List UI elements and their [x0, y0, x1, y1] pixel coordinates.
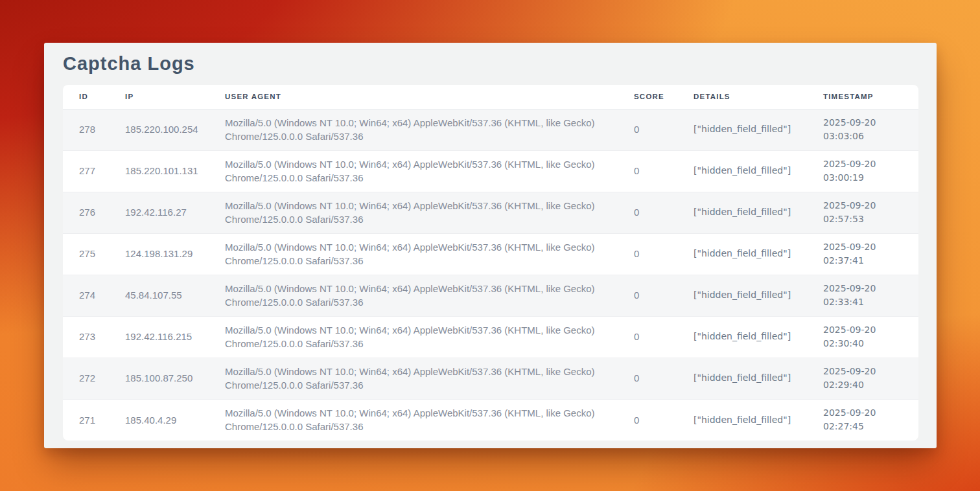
column-header-id: ID	[63, 85, 109, 109]
cell-user_agent: Mozilla/5.0 (Windows NT 10.0; Win64; x64…	[209, 358, 618, 399]
cell-user_agent: Mozilla/5.0 (Windows NT 10.0; Win64; x64…	[209, 275, 618, 316]
table-row: 277185.220.101.131Mozilla/5.0 (Windows N…	[63, 150, 918, 192]
page-title: Captcha Logs	[63, 53, 918, 74]
cell-timestamp: 2025-09-20 02:29:40	[807, 358, 918, 399]
cell-details: ["hidden_field_filled"]	[677, 150, 807, 192]
cell-score: 0	[618, 192, 677, 233]
cell-user_agent: Mozilla/5.0 (Windows NT 10.0; Win64; x64…	[209, 109, 618, 150]
cell-user_agent: Mozilla/5.0 (Windows NT 10.0; Win64; x64…	[209, 233, 618, 275]
cell-timestamp: 2025-09-20 03:00:19	[807, 150, 918, 192]
cell-ip: 124.198.131.29	[109, 233, 209, 275]
cell-score: 0	[618, 233, 677, 275]
cell-id: 273	[63, 316, 109, 358]
cell-score: 0	[618, 316, 677, 358]
column-header-timestamp: TIMESTAMP	[807, 85, 918, 109]
table-row: 273192.42.116.215Mozilla/5.0 (Windows NT…	[63, 316, 918, 358]
captcha-logs-card: Captcha Logs IDIPUSER AGENTSCOREDETAILST…	[44, 43, 937, 448]
cell-score: 0	[618, 150, 677, 192]
column-header-score: SCORE	[618, 85, 677, 109]
table-row: 278185.220.100.254Mozilla/5.0 (Windows N…	[63, 109, 918, 150]
table-row: 272185.100.87.250Mozilla/5.0 (Windows NT…	[63, 358, 918, 399]
cell-ip: 45.84.107.55	[109, 275, 209, 316]
cell-details: ["hidden_field_filled"]	[677, 275, 807, 316]
cell-score: 0	[618, 358, 677, 399]
cell-user_agent: Mozilla/5.0 (Windows NT 10.0; Win64; x64…	[209, 316, 618, 358]
cell-id: 271	[63, 399, 109, 440]
cell-score: 0	[618, 399, 677, 440]
captcha-logs-table: IDIPUSER AGENTSCOREDETAILSTIMESTAMP 2781…	[63, 85, 918, 440]
cell-ip: 185.100.87.250	[109, 358, 209, 399]
cell-details: ["hidden_field_filled"]	[677, 192, 807, 233]
cell-id: 272	[63, 358, 109, 399]
cell-details: ["hidden_field_filled"]	[677, 233, 807, 275]
table-row: 275124.198.131.29Mozilla/5.0 (Windows NT…	[63, 233, 918, 275]
cell-timestamp: 2025-09-20 03:03:06	[807, 109, 918, 150]
cell-ip: 185.220.100.254	[109, 109, 209, 150]
cell-ip: 192.42.116.215	[109, 316, 209, 358]
cell-timestamp: 2025-09-20 02:37:41	[807, 233, 918, 275]
cell-details: ["hidden_field_filled"]	[677, 316, 807, 358]
cell-user_agent: Mozilla/5.0 (Windows NT 10.0; Win64; x64…	[209, 192, 618, 233]
cell-id: 278	[63, 109, 109, 150]
cell-user_agent: Mozilla/5.0 (Windows NT 10.0; Win64; x64…	[209, 150, 618, 192]
cell-ip: 185.220.101.131	[109, 150, 209, 192]
cell-id: 274	[63, 275, 109, 316]
table-row: 276192.42.116.27Mozilla/5.0 (Windows NT …	[63, 192, 918, 233]
logs-table-container: IDIPUSER AGENTSCOREDETAILSTIMESTAMP 2781…	[63, 85, 918, 440]
cell-details: ["hidden_field_filled"]	[677, 109, 807, 150]
column-header-ip: IP	[109, 85, 209, 109]
cell-ip: 185.40.4.29	[109, 399, 209, 440]
cell-details: ["hidden_field_filled"]	[677, 399, 807, 440]
cell-id: 277	[63, 150, 109, 192]
cell-timestamp: 2025-09-20 02:30:40	[807, 316, 918, 358]
cell-timestamp: 2025-09-20 02:27:45	[807, 399, 918, 440]
cell-id: 275	[63, 233, 109, 275]
cell-score: 0	[618, 275, 677, 316]
column-header-user_agent: USER AGENT	[209, 85, 618, 109]
cell-id: 276	[63, 192, 109, 233]
cell-ip: 192.42.116.27	[109, 192, 209, 233]
column-header-details: DETAILS	[677, 85, 807, 109]
cell-score: 0	[618, 109, 677, 150]
cell-timestamp: 2025-09-20 02:57:53	[807, 192, 918, 233]
table-row: 271185.40.4.29Mozilla/5.0 (Windows NT 10…	[63, 399, 918, 440]
cell-timestamp: 2025-09-20 02:33:41	[807, 275, 918, 316]
table-row: 27445.84.107.55Mozilla/5.0 (Windows NT 1…	[63, 275, 918, 316]
cell-user_agent: Mozilla/5.0 (Windows NT 10.0; Win64; x64…	[209, 399, 618, 440]
cell-details: ["hidden_field_filled"]	[677, 358, 807, 399]
table-header-row: IDIPUSER AGENTSCOREDETAILSTIMESTAMP	[63, 85, 918, 109]
